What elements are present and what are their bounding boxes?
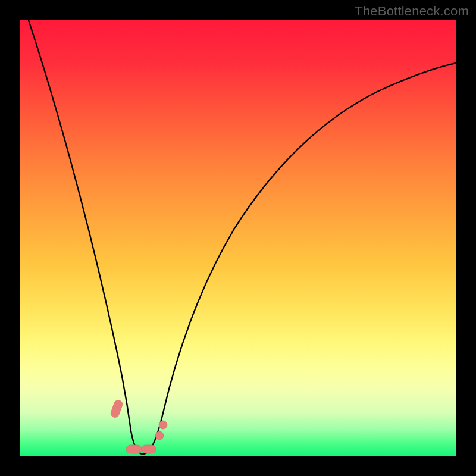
curve-marker bbox=[155, 431, 164, 440]
chart-frame: TheBottleneck.com bbox=[0, 0, 476, 476]
curve-path bbox=[29, 20, 456, 454]
curve-marker bbox=[109, 399, 123, 419]
curve-marker bbox=[142, 445, 156, 453]
plot-area bbox=[20, 20, 456, 456]
bottleneck-curve bbox=[20, 20, 456, 456]
curve-marker bbox=[126, 445, 142, 453]
curve-marker bbox=[159, 421, 167, 429]
watermark-text: TheBottleneck.com bbox=[355, 4, 469, 19]
marker-group bbox=[109, 399, 167, 453]
